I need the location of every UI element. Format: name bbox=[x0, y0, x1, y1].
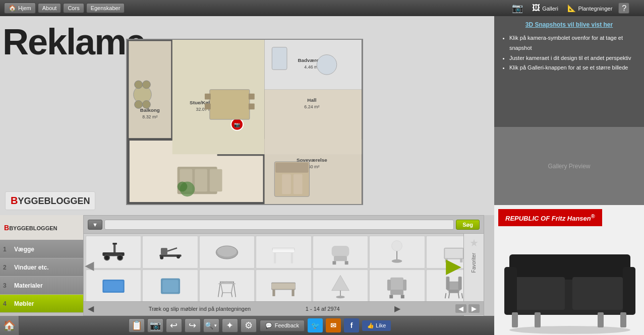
sidebar-item-vinduer[interactable]: 2 Vinduer etc. bbox=[0, 258, 83, 277]
favorites-star-icon[interactable]: ★ bbox=[470, 237, 479, 249]
facebook-button[interactable]: f bbox=[344, 318, 359, 332]
svg-rect-101 bbox=[390, 289, 403, 294]
svg-rect-30 bbox=[205, 103, 211, 109]
fritz-hansen-ad[interactable]: REPUBLIC OF Fritz Hansen® bbox=[494, 205, 644, 335]
grid-icon-btn[interactable]: ✦ bbox=[222, 318, 238, 332]
furniture-item-treadmill[interactable] bbox=[86, 236, 141, 269]
furniture-item-pillow-blue[interactable] bbox=[142, 270, 198, 302]
svg-point-43 bbox=[142, 81, 150, 89]
svg-rect-53 bbox=[512, 312, 518, 327]
svg-line-89 bbox=[218, 282, 220, 297]
svg-rect-49 bbox=[514, 277, 565, 310]
twitter-button[interactable]: 🐦 bbox=[308, 318, 323, 332]
about-nav-label: About bbox=[42, 5, 57, 11]
furniture-item-lamp[interactable] bbox=[369, 236, 425, 269]
furniture-item-mat-blue[interactable] bbox=[86, 270, 141, 302]
nav-right-icon[interactable]: ▶ bbox=[394, 304, 400, 313]
svg-text:📷: 📷 bbox=[234, 121, 241, 128]
right-icons-bar: 📷 🖼 Galleri 📐 Plantegninger ? bbox=[494, 0, 644, 16]
svg-marker-97 bbox=[332, 275, 349, 290]
home-icon: 🏠 bbox=[3, 319, 16, 331]
furniture-item-lamp2[interactable] bbox=[313, 270, 368, 302]
furniture-item-chair[interactable] bbox=[313, 236, 368, 269]
svg-rect-74 bbox=[332, 246, 349, 257]
svg-rect-105 bbox=[403, 280, 406, 291]
sidebar: BBYGGEBLOGGEN 1 Vægge 2 Vinduer etc. 3 M… bbox=[0, 215, 83, 316]
furniture-search-input[interactable] bbox=[104, 220, 454, 230]
right-panel: 3D Snapshots vil blive vist her Klik på … bbox=[494, 16, 644, 335]
furniture-search-button[interactable]: Søg bbox=[456, 220, 480, 230]
sidebar-item-materialer[interactable]: 3 Materialer bbox=[0, 277, 83, 295]
feedback-button[interactable]: 💬 Feedback bbox=[260, 320, 305, 331]
furniture-pagination: 1 - 14 af 2974 bbox=[306, 306, 340, 312]
furniture-item-table-long[interactable] bbox=[256, 270, 311, 302]
sidebar-item-mobler[interactable]: 4 Møbler bbox=[0, 295, 83, 313]
home-nav-btn[interactable]: 🏠 Hjem bbox=[4, 3, 36, 14]
help-icon-btn[interactable]: ? bbox=[618, 3, 629, 14]
furniture-footer: ◀ Træk og slip møbler ind på plantegning… bbox=[84, 301, 484, 315]
like-button[interactable]: 👍 Like bbox=[362, 320, 391, 331]
svg-rect-58 bbox=[113, 243, 115, 252]
redo-icon-btn[interactable]: ↪ bbox=[185, 318, 201, 332]
furniture-grid bbox=[84, 234, 484, 304]
furniture-panel: ▼ Søg ◀ bbox=[83, 215, 484, 316]
svg-point-34 bbox=[178, 182, 188, 192]
svg-rect-37 bbox=[282, 174, 291, 194]
gallery-label: Galleri bbox=[542, 6, 558, 12]
camera-bottom-icon-btn[interactable]: 📷 bbox=[147, 318, 163, 332]
svg-rect-29 bbox=[205, 94, 211, 100]
gallery-icon-btn[interactable]: 🖼 Galleri bbox=[529, 3, 561, 14]
zoom-icon-btn[interactable]: 🔍 ▼ bbox=[203, 318, 219, 332]
top-nav-bar: 🏠 Hjem About Cors Egenskaber bbox=[0, 0, 494, 16]
svg-rect-72 bbox=[291, 252, 293, 263]
about-nav-btn[interactable]: About bbox=[38, 3, 62, 13]
next-arrow-icon[interactable]: ▶ bbox=[446, 254, 461, 277]
svg-line-65 bbox=[167, 248, 177, 251]
svg-point-80 bbox=[392, 259, 402, 262]
undo-icon-btn[interactable]: ↩ bbox=[166, 318, 182, 332]
camera-icon-btn[interactable]: 📷 bbox=[509, 2, 526, 15]
svg-rect-73 bbox=[273, 250, 295, 252]
furniture-item-chair2[interactable] bbox=[369, 270, 425, 302]
svg-point-45 bbox=[142, 101, 150, 109]
email-button[interactable]: ✉ bbox=[326, 318, 341, 332]
svg-point-78 bbox=[392, 240, 402, 251]
floor-plan[interactable]: 📷 Stue/Køkken 32.07 m² Badværelse 4.46 m… bbox=[126, 39, 363, 205]
save-icon-btn[interactable]: 📋 bbox=[129, 318, 145, 332]
egenskaber-nav-btn[interactable]: Egenskaber bbox=[86, 3, 125, 13]
furniture-item-desk-white[interactable] bbox=[256, 236, 311, 269]
snapshot-title: 3D Snapshots vil blive vist her bbox=[501, 21, 637, 28]
settings-icon-btn[interactable]: ⚙ bbox=[241, 318, 257, 332]
pagination-next-btn[interactable]: ▶ bbox=[469, 304, 480, 313]
furniture-item-pillow[interactable] bbox=[199, 236, 255, 269]
svg-rect-88 bbox=[162, 280, 178, 292]
cors-nav-btn[interactable]: Cors bbox=[63, 3, 84, 13]
sidebar-num-3: 3 bbox=[3, 282, 11, 289]
snapshot-section: 3D Snapshots vil blive vist her Klik på … bbox=[494, 16, 644, 127]
plantegninger-icon-btn[interactable]: 📐 Plantegninger bbox=[564, 3, 615, 14]
prev-arrow-icon[interactable]: ◀ bbox=[85, 258, 94, 273]
svg-rect-109 bbox=[458, 276, 461, 289]
svg-rect-39 bbox=[272, 47, 287, 70]
furniture-dropdown-button[interactable]: ▼ bbox=[88, 220, 102, 230]
pagination-prev-btn[interactable]: ◀ bbox=[455, 304, 466, 313]
svg-point-46 bbox=[509, 326, 630, 334]
furniture-search-bar: ▼ Søg bbox=[84, 216, 484, 234]
sidebar-label-vinduer: Vinduer etc. bbox=[14, 264, 48, 271]
furniture-footer-text: Træk og slip møbler ind på plantegningen bbox=[149, 306, 251, 312]
bottom-home-icon-btn[interactable]: 🏠 bbox=[0, 316, 19, 335]
bottom-toolbar: 🏠 📋 📷 ↩ ↪ 🔍 ▼ ✦ ⚙ 💬 Feedback 🐦 ✉ f 👍 Lik… bbox=[0, 316, 494, 335]
svg-rect-52 bbox=[623, 267, 635, 315]
nav-left-icon[interactable]: ◀ bbox=[88, 304, 94, 313]
furniture-item-chair-wire[interactable] bbox=[199, 270, 255, 302]
sidebar-item-vaegge[interactable]: 1 Vægge bbox=[0, 240, 83, 258]
svg-rect-64 bbox=[161, 248, 167, 254]
svg-line-90 bbox=[233, 282, 236, 297]
furniture-item-rowing[interactable] bbox=[142, 236, 198, 269]
svg-rect-103 bbox=[401, 295, 404, 298]
svg-line-110 bbox=[445, 293, 446, 298]
svg-text:Hall: Hall bbox=[307, 97, 316, 103]
svg-point-67 bbox=[177, 255, 180, 258]
svg-line-91 bbox=[222, 293, 223, 297]
sidebar-num-2: 2 bbox=[3, 264, 11, 271]
